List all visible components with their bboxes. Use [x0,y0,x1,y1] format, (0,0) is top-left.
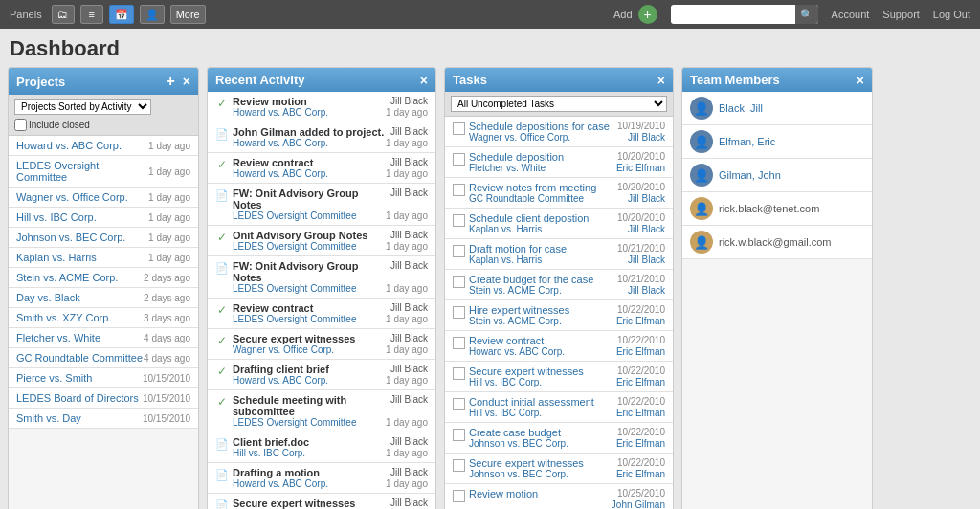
task-checkbox[interactable] [453,184,465,196]
task-title[interactable]: Draft motion for case [469,243,567,254]
project-list-item[interactable]: Kaplan vs. Harris1 day ago [9,248,198,268]
task-project-link[interactable]: Stein vs. ACME Corp. [469,316,562,326]
include-closed-checkbox[interactable] [14,119,27,131]
task-title[interactable]: Secure expert witnesses [469,457,584,469]
activity-project-link[interactable]: LEDES Oversight Committee [233,314,357,324]
task-project-link[interactable]: Hill vs. IBC Corp. [469,408,542,418]
team-member-item[interactable]: 👤 Gilman, John [682,159,872,192]
activity-project-link[interactable]: Howard vs. ABC Corp. [233,107,328,118]
task-title[interactable]: Create budget for the case [469,274,593,285]
activity-project-link[interactable]: Howard vs. ABC Corp. [233,138,328,148]
project-list-item[interactable]: Stein vs. ACME Corp.2 days ago [9,268,198,288]
task-title[interactable]: Create case budget [469,427,561,438]
calendar-panel-btn[interactable]: 📅 [109,5,134,24]
task-checkbox[interactable] [453,459,465,472]
task-title[interactable]: Schedule depositions for case [469,121,610,132]
project-list-item[interactable]: Day vs. Black2 days ago [9,288,198,308]
project-link[interactable]: Fletcher vs. White [16,332,100,343]
project-list-item[interactable]: Howard vs. ABC Corp.1 day ago [9,136,198,156]
task-checkbox[interactable] [453,337,465,349]
team-member-item[interactable]: 👤 Black, Jill [682,92,872,125]
project-list-item[interactable]: GC Roundtable Committee4 days ago [9,348,198,368]
support-link[interactable]: Support [882,9,920,20]
task-project-link[interactable]: Kaplan vs. Harris [469,254,542,265]
task-project-link[interactable]: Johnson vs. BEC Corp. [469,469,568,479]
project-link[interactable]: Kaplan vs. Harris [16,252,97,263]
task-checkbox[interactable] [453,490,465,502]
task-checkbox[interactable] [453,214,465,227]
logout-link[interactable]: Log Out [933,9,970,20]
task-project-link[interactable]: Wagner vs. Office Corp. [469,132,570,143]
projects-close-btn[interactable]: × [183,75,190,88]
activity-project-link[interactable]: Hill vs. IBC Corp. [233,448,305,458]
add-panel-btn[interactable]: + [638,5,657,24]
team-close-btn[interactable]: × [857,74,864,87]
project-list-item[interactable]: Hill vs. IBC Corp.1 day ago [9,208,198,228]
task-title[interactable]: Secure expert witnesses [469,365,584,377]
task-title[interactable]: Schedule deposition [469,151,564,163]
task-title[interactable]: Review notes from meeting [469,182,596,193]
project-link[interactable]: Johnson vs. BEC Corp. [16,232,125,243]
task-project-link[interactable]: Hill vs. IBC Corp. [469,377,542,387]
task-project-link[interactable]: Howard vs. ABC Corp. [469,346,565,357]
task-checkbox[interactable] [453,429,465,441]
person-panel-btn[interactable]: 👤 [140,5,165,24]
activity-project-link[interactable]: Howard vs. ABC Corp. [233,478,328,489]
team-member-item[interactable]: 👤 rick.black@tenet.com [682,192,872,226]
search-input[interactable] [671,7,795,22]
task-checkbox[interactable] [453,367,465,380]
projects-add-btn[interactable]: + [166,73,174,90]
project-link[interactable]: Wagner vs. Office Corp. [16,191,128,203]
tasks-close-btn[interactable]: × [657,74,665,87]
projects-sort-select[interactable]: Projects Sorted by Activity Projects Sor… [14,99,151,115]
task-title[interactable]: Review motion [469,488,538,499]
activity-project-link[interactable]: Howard vs. ABC Corp. [233,168,328,179]
project-link[interactable]: GC Roundtable Committee [16,352,143,364]
task-project-link[interactable]: GC Roundtable Committee [469,193,584,204]
project-list-item[interactable]: Pierce vs. Smith10/15/2010 [9,368,198,388]
task-project-link[interactable]: Stein vs. ACME Corp. [469,285,562,296]
task-checkbox[interactable] [453,122,465,135]
activity-project-link[interactable]: Howard vs. ABC Corp. [233,375,328,386]
activity-close-btn[interactable]: × [420,74,428,87]
project-link[interactable]: LEDES Board of Directors [16,392,139,404]
project-link[interactable]: Smith vs. Day [16,412,81,424]
task-project-link[interactable]: Fletcher vs. White [469,163,546,173]
team-member-item[interactable]: 👤 Elfman, Eric [682,125,872,159]
folder-panel-btn[interactable]: 🗂 [52,5,75,24]
task-title[interactable]: Hire expert witnesses [469,304,569,316]
task-title[interactable]: Schedule client depostion [469,212,589,224]
task-checkbox[interactable] [453,153,465,166]
task-title[interactable]: Conduct initial assessment [469,396,594,408]
task-checkbox[interactable] [453,306,465,319]
more-btn[interactable]: More [170,5,206,24]
project-list-item[interactable]: Smith vs. Day10/15/2010 [9,409,198,429]
team-member-item[interactable]: 👤 rick.w.black@gmail.com [682,226,872,259]
project-link[interactable]: LEDES Oversight Committee [16,160,148,183]
task-project-link[interactable]: Kaplan vs. Harris [469,224,542,234]
activity-project-link[interactable]: LEDES Oversight Committee [233,283,357,294]
project-link[interactable]: Stein vs. ACME Corp. [16,272,118,283]
project-list-item[interactable]: Fletcher vs. White4 days ago [9,328,198,348]
activity-project-link[interactable]: LEDES Oversight Committee [233,241,357,252]
member-name[interactable]: Black, Jill [719,102,763,114]
project-link[interactable]: Howard vs. ABC Corp. [16,140,122,151]
task-checkbox[interactable] [453,245,465,257]
activity-project-link[interactable]: LEDES Oversight Committee [233,210,357,221]
account-link[interactable]: Account [832,9,870,20]
activity-project-link[interactable]: LEDES Oversight Committee [233,417,357,428]
member-name[interactable]: rick.w.black@gmail.com [719,236,832,248]
task-project-link[interactable]: Johnson vs. BEC Corp. [469,438,568,449]
project-list-item[interactable]: Wagner vs. Office Corp.1 day ago [9,188,198,208]
task-checkbox[interactable] [453,276,465,288]
project-list-item[interactable]: Smith vs. XZY Corp.3 days ago [9,308,198,328]
member-name[interactable]: rick.black@tenet.com [719,203,819,214]
activity-project-link[interactable]: Wagner vs. Office Corp. [233,344,334,355]
project-link[interactable]: Day vs. Black [16,292,80,303]
list-panel-btn[interactable]: ≡ [80,5,103,24]
tasks-filter-select[interactable]: All Uncompleted Tasks My Tasks All Tasks [451,96,667,112]
project-list-item[interactable]: LEDES Oversight Committee1 day ago [9,156,198,188]
project-link[interactable]: Hill vs. IBC Corp. [16,211,97,223]
search-submit-btn[interactable]: 🔍 [795,5,818,24]
member-name[interactable]: Elfman, Eric [719,136,775,147]
